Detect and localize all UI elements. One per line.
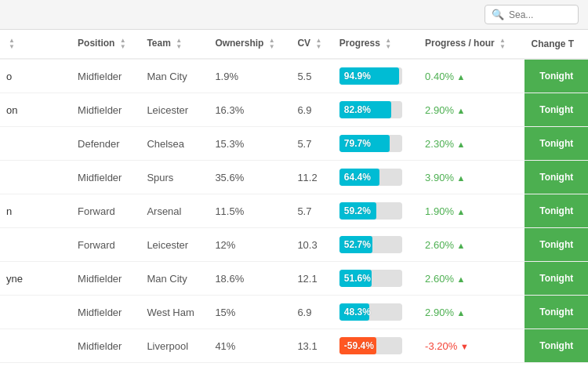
progress-bar: 48.3% <box>339 303 402 321</box>
cell-position: Defender <box>71 127 140 161</box>
cell-team: Chelsea <box>140 127 209 161</box>
progress-hour-value: 3.90% <box>425 172 454 183</box>
cell-tonight: Tonight <box>524 296 588 329</box>
cell-progress-hour: 2.60% ▲ <box>419 262 524 296</box>
col-header-position[interactable]: Position ▲▼ <box>71 30 140 59</box>
arrow-up-icon: ▲ <box>457 274 466 284</box>
cell-progress: 51.6% <box>333 262 419 296</box>
cell-progress-hour: 0.40% ▲ <box>419 59 524 93</box>
cell-progress: -59.4% <box>333 329 419 363</box>
table-wrapper: ▲▼ Position ▲▼ Team ▲▼ Ownership ▲▼ CV ▲… <box>0 30 588 392</box>
cell-tonight: Tonight <box>524 127 588 161</box>
cell-progress-hour: 2.30% ▲ <box>419 127 524 161</box>
cell-tonight: Tonight <box>524 93 588 127</box>
progress-bar-text: 51.6% <box>339 273 376 284</box>
cell-name <box>0 161 71 194</box>
progress-hour-value: 1.90% <box>425 205 454 217</box>
cell-tonight: Tonight <box>524 161 588 194</box>
progress-bar-text: 79.7% <box>339 138 376 149</box>
cell-progress: 94.9% <box>333 59 419 93</box>
cell-team: West Ham <box>140 296 209 329</box>
col-header-cv[interactable]: CV ▲▼ <box>291 30 332 59</box>
cell-name: n <box>0 194 71 228</box>
cell-ownership: 12% <box>209 228 291 262</box>
arrow-up-icon: ▲ <box>457 241 466 250</box>
cell-tonight: Tonight <box>524 59 588 93</box>
arrow-up-icon: ▲ <box>457 173 466 183</box>
progress-bar: 64.4% <box>339 169 402 186</box>
sort-arrows-progress: ▲▼ <box>385 38 391 50</box>
progress-bar: 51.6% <box>339 270 402 287</box>
cell-team: Man City <box>140 59 209 93</box>
table-row: MidfielderSpurs35.6%11.2 64.4% 3.90% ▲To… <box>0 161 588 194</box>
cell-tonight: Tonight <box>524 228 588 262</box>
cell-name: o <box>0 59 71 93</box>
progress-bar-text: 48.3% <box>339 307 376 318</box>
cell-ownership: 16.3% <box>209 93 291 127</box>
cell-ownership: 15% <box>209 296 291 329</box>
table-row: MidfielderWest Ham15%6.9 48.3% 2.90% ▲To… <box>0 296 588 329</box>
cell-cv: 5.7 <box>291 194 332 228</box>
top-bar: 🔍 <box>0 0 588 30</box>
search-input[interactable] <box>509 9 572 20</box>
cell-progress: 52.7% <box>333 228 419 262</box>
cell-cv: 10.3 <box>291 228 332 262</box>
progress-hour-value: -3.20% <box>425 340 457 352</box>
table-row: nForwardArsenal11.5%5.7 59.2% 1.90% ▲Ton… <box>0 194 588 228</box>
cell-progress-hour: 1.90% ▲ <box>419 194 524 228</box>
cell-ownership: 11.5% <box>209 194 291 228</box>
cell-progress-hour: 3.90% ▲ <box>419 161 524 194</box>
cell-progress: 59.2% <box>333 194 419 228</box>
cell-ownership: 1.9% <box>209 59 291 93</box>
cell-cv: 5.7 <box>291 127 332 161</box>
cell-name: yne <box>0 262 71 296</box>
data-table: ▲▼ Position ▲▼ Team ▲▼ Ownership ▲▼ CV ▲… <box>0 30 588 363</box>
sort-arrows-progress-hour: ▲▼ <box>499 38 506 50</box>
cell-tonight: Tonight <box>524 194 588 228</box>
cell-name <box>0 296 71 329</box>
sort-arrows-team: ▲▼ <box>176 38 182 50</box>
table-row: yneMidfielderMan City18.6%12.1 51.6% 2.6… <box>0 262 588 296</box>
progress-hour-value: 0.40% <box>425 71 454 82</box>
col-header-progress[interactable]: Progress ▲▼ <box>333 30 419 59</box>
cell-cv: 6.9 <box>291 93 332 127</box>
cell-position: Midfielder <box>71 262 140 296</box>
arrow-up-icon: ▲ <box>457 207 466 216</box>
col-header-ownership[interactable]: Ownership ▲▼ <box>209 30 291 59</box>
cell-cv: 12.1 <box>291 262 332 296</box>
col-header-change-tonight[interactable]: Change T <box>524 30 588 59</box>
progress-hour-value: 2.60% <box>425 273 454 285</box>
arrow-up-icon: ▲ <box>457 106 466 115</box>
progress-bar: 79.7% <box>339 135 402 152</box>
progress-bar-text: 64.4% <box>339 172 376 183</box>
table-row: onMidfielderLeicester16.3%6.9 82.8% 2.90… <box>0 93 588 127</box>
sort-arrows-ownership: ▲▼ <box>269 38 275 50</box>
progress-bar-text: 82.8% <box>339 104 376 115</box>
search-box[interactable]: 🔍 <box>485 5 579 24</box>
cell-position: Midfielder <box>71 329 140 363</box>
cell-name: on <box>0 93 71 127</box>
cell-cv: 6.9 <box>291 296 332 329</box>
arrow-up-icon: ▲ <box>457 72 466 82</box>
cell-progress: 82.8% <box>333 93 419 127</box>
cell-team: Liverpool <box>140 329 209 363</box>
sort-arrows-cv: ▲▼ <box>315 38 321 50</box>
cell-cv: 13.1 <box>291 329 332 363</box>
col-header-team[interactable]: Team ▲▼ <box>140 30 209 59</box>
table-header-row: ▲▼ Position ▲▼ Team ▲▼ Ownership ▲▼ CV ▲… <box>0 30 588 59</box>
cell-team: Leicester <box>140 228 209 262</box>
progress-hour-value: 2.90% <box>425 104 454 116</box>
progress-bar-text: 94.9% <box>339 71 376 82</box>
progress-hour-value: 2.90% <box>425 307 454 318</box>
sort-arrows-position: ▲▼ <box>120 38 126 50</box>
cell-progress: 48.3% <box>333 296 419 329</box>
progress-hour-value: 2.60% <box>425 239 454 251</box>
table-body: oMidfielderMan City1.9%5.5 94.9% 0.40% ▲… <box>0 59 588 363</box>
sort-arrows-name: ▲▼ <box>9 38 15 50</box>
cell-position: Midfielder <box>71 296 140 329</box>
cell-ownership: 41% <box>209 329 291 363</box>
col-header-progress-hour[interactable]: Progress / hour ▲▼ <box>419 30 524 59</box>
cell-position: Midfielder <box>71 161 140 194</box>
cell-tonight: Tonight <box>524 262 588 296</box>
col-header-name[interactable]: ▲▼ <box>0 30 71 59</box>
